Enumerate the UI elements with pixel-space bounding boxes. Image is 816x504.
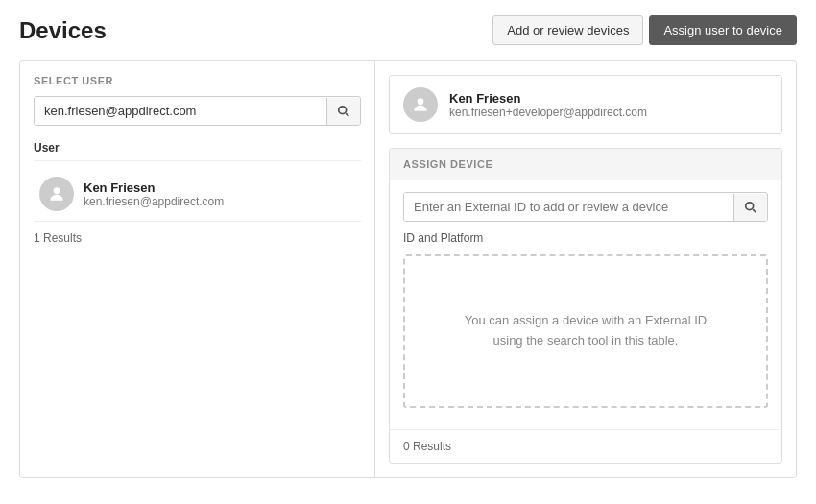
- selected-person-icon: [411, 95, 430, 114]
- user-email: ken.friesen@appdirect.com: [84, 195, 224, 208]
- svg-point-3: [418, 98, 424, 105]
- user-column-header: User: [34, 137, 361, 161]
- user-search-button[interactable]: [326, 98, 360, 125]
- user-info: Ken Friesen ken.friesen@appdirect.com: [84, 180, 224, 208]
- user-list-item[interactable]: Ken Friesen ken.friesen@appdirect.com: [34, 167, 361, 222]
- user-search-input[interactable]: [35, 97, 326, 125]
- selected-user-email: ken.friesen+developer@appdirect.com: [449, 106, 647, 119]
- svg-point-2: [54, 187, 60, 194]
- svg-line-1: [346, 113, 348, 116]
- select-user-label: SELECT USER: [34, 75, 361, 86]
- avatar: [39, 177, 74, 211]
- selected-user-name: Ken Friesen: [449, 91, 647, 106]
- device-search-icon: [744, 201, 757, 214]
- svg-line-5: [753, 209, 756, 212]
- id-platform-label: ID and Platform: [403, 231, 768, 245]
- assign-device-body: ID and Platform You can assign a device …: [390, 180, 781, 429]
- header: Devices Add or review devices Assign use…: [19, 15, 797, 45]
- device-results-count: 0 Results: [390, 429, 781, 463]
- empty-table-message: You can assign a device with an External…: [465, 311, 707, 351]
- assign-device-label: ASSIGN DEVICE: [403, 158, 768, 170]
- page-title: Devices: [19, 17, 107, 44]
- assign-device-header: ASSIGN DEVICE: [390, 149, 781, 180]
- device-search-row: [403, 192, 768, 222]
- add-review-devices-button[interactable]: Add or review devices: [492, 15, 643, 45]
- empty-device-table: You can assign a device with an External…: [403, 254, 768, 408]
- assign-device-section: ASSIGN DEVICE ID and Platform: [389, 148, 782, 464]
- user-results-count: 1 Results: [34, 222, 361, 249]
- header-buttons: Add or review devices Assign user to dev…: [492, 15, 797, 45]
- assign-user-to-device-button[interactable]: Assign user to device: [649, 15, 797, 45]
- right-panel: Ken Friesen ken.friesen+developer@appdir…: [375, 61, 796, 477]
- left-panel: SELECT USER User: [20, 61, 375, 477]
- selected-user-info: Ken Friesen ken.friesen+developer@appdir…: [449, 91, 647, 119]
- user-name: Ken Friesen: [84, 180, 224, 195]
- content-area: SELECT USER User: [19, 60, 797, 478]
- device-search-input[interactable]: [404, 193, 733, 221]
- search-icon: [337, 105, 350, 118]
- svg-point-0: [339, 106, 347, 113]
- selected-user-card: Ken Friesen ken.friesen+developer@appdir…: [389, 75, 782, 134]
- selected-user-avatar: [403, 87, 438, 122]
- user-search-row: [34, 96, 361, 126]
- person-icon: [47, 184, 66, 204]
- page: Devices Add or review devices Assign use…: [0, 0, 816, 504]
- svg-point-4: [746, 202, 754, 209]
- device-search-button[interactable]: [733, 194, 767, 221]
